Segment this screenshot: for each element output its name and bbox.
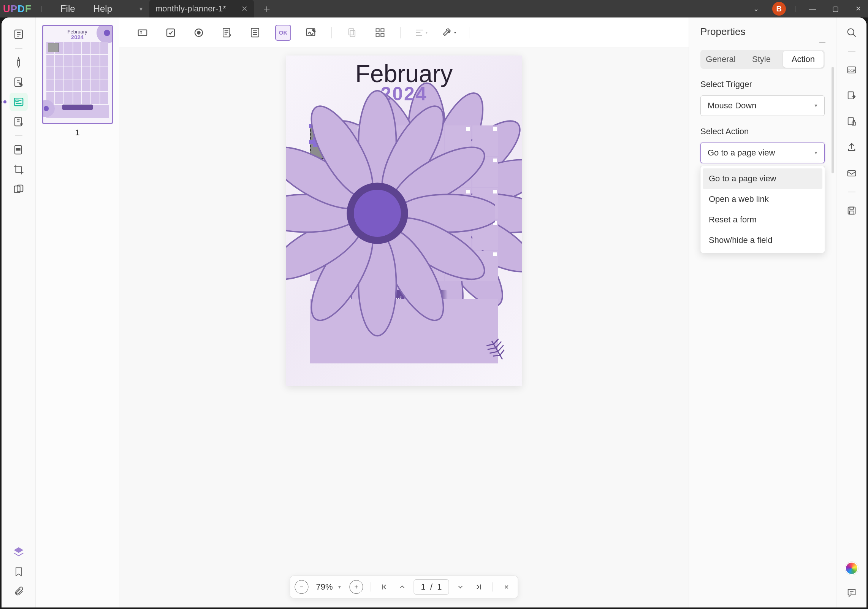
- first-page-button[interactable]: [377, 580, 391, 594]
- bookmark-icon[interactable]: [10, 563, 28, 581]
- zoom-level[interactable]: 79% ▼: [313, 582, 345, 592]
- document-tab[interactable]: monthly-planner-1* ✕: [149, 0, 254, 17]
- page-thumbnail[interactable]: February2024: [42, 25, 113, 124]
- new-tab-button[interactable]: ＋: [261, 2, 272, 16]
- right-toolbar: OCR: [836, 17, 866, 607]
- document-page[interactable]: February 2024 Button1 Notes and Reminder…: [286, 56, 522, 386]
- trigger-label: Select Trigger: [700, 79, 825, 89]
- comment-tool-icon[interactable]: [10, 53, 28, 71]
- ai-assistant-icon[interactable]: [845, 562, 858, 575]
- maximize-button[interactable]: ▢: [828, 2, 842, 16]
- app-logo: UPDF: [3, 3, 32, 15]
- scrollbar[interactable]: [832, 67, 834, 173]
- separator: [15, 135, 22, 136]
- thumbnail-field: [48, 43, 59, 52]
- svg-rect-62: [850, 207, 853, 209]
- compare-tool-icon[interactable]: [10, 180, 28, 198]
- action-option-weblink[interactable]: Open a web link: [703, 189, 822, 209]
- flower-decoration-icon: [286, 56, 495, 379]
- reader-tool-icon[interactable]: [10, 25, 28, 43]
- tab-general[interactable]: General: [700, 50, 741, 69]
- separator: [469, 27, 469, 38]
- button-tool[interactable]: OK: [275, 25, 291, 41]
- crop-tool-icon[interactable]: [10, 160, 28, 179]
- close-bar-button[interactable]: ✕: [500, 580, 513, 594]
- separator: [370, 582, 370, 592]
- next-page-button[interactable]: [454, 580, 467, 594]
- thumbnail-page-number: 1: [75, 128, 79, 138]
- organize-tool-icon[interactable]: [10, 113, 28, 131]
- action-option-goto[interactable]: Go to a page view: [703, 168, 822, 189]
- svg-rect-3: [16, 100, 18, 102]
- action-option-showhide[interactable]: Show/hide a field: [703, 230, 822, 251]
- prev-page-button[interactable]: [395, 580, 409, 594]
- svg-rect-57: [848, 92, 853, 99]
- form-tool-icon[interactable]: [10, 93, 28, 111]
- menu-file[interactable]: File: [60, 3, 75, 14]
- tab-close-button[interactable]: ✕: [241, 4, 248, 13]
- svg-point-53: [354, 190, 401, 237]
- separator: |: [41, 5, 42, 12]
- tools-dropdown[interactable]: ▾: [441, 25, 457, 41]
- copy-tool[interactable]: [344, 25, 360, 41]
- trigger-select[interactable]: Mouse Down ▼: [700, 95, 825, 116]
- svg-rect-60: [847, 171, 855, 176]
- svg-rect-2: [14, 98, 23, 106]
- redact-tool-icon[interactable]: [10, 141, 28, 159]
- svg-rect-6: [16, 148, 20, 150]
- listbox-tool[interactable]: [247, 25, 263, 41]
- action-select[interactable]: Go to a page view ▼ Go to a page view Op…: [700, 143, 825, 163]
- separator: [848, 51, 855, 52]
- tab-action[interactable]: Action: [783, 51, 824, 68]
- page-controls: − 79% ▼ + 1 / 1 ✕: [290, 576, 518, 598]
- thumbnail-title: February2024: [43, 29, 112, 40]
- collapse-icon[interactable]: —: [819, 39, 825, 46]
- ocr-icon[interactable]: OCR: [844, 62, 859, 78]
- zoom-out-button[interactable]: −: [295, 580, 309, 594]
- tab-list-dropdown[interactable]: ▾: [136, 4, 146, 13]
- svg-rect-58: [848, 118, 853, 125]
- tab-style[interactable]: Style: [741, 50, 782, 69]
- edit-tool-icon[interactable]: [10, 73, 28, 91]
- properties-tabs: General Style Action: [700, 50, 825, 69]
- action-option-reset[interactable]: Reset a form: [703, 209, 822, 230]
- svg-point-12: [197, 31, 200, 34]
- align-tool[interactable]: ▾: [413, 25, 429, 41]
- svg-rect-63: [849, 211, 854, 214]
- grid-tool[interactable]: [372, 25, 388, 41]
- separator: [331, 27, 332, 38]
- dropdown-tool[interactable]: [219, 25, 235, 41]
- title-bar: UPDF | File Help ▾ monthly-planner-1* ✕ …: [0, 0, 868, 17]
- tab-title: monthly-planner-1*: [155, 4, 226, 14]
- save-icon[interactable]: [844, 203, 859, 218]
- close-button[interactable]: ✕: [851, 2, 865, 16]
- zoom-in-button[interactable]: +: [349, 580, 363, 594]
- minimize-button[interactable]: —: [806, 2, 819, 16]
- signature-tool[interactable]: [303, 25, 319, 41]
- menu-help[interactable]: Help: [93, 3, 112, 14]
- user-avatar[interactable]: B: [772, 2, 786, 16]
- protect-icon[interactable]: [844, 114, 859, 129]
- app-frame: February2024 1 OK: [2, 17, 866, 607]
- attachment-icon[interactable]: [10, 582, 28, 601]
- thumbnail-panel: February2024 1: [36, 17, 119, 607]
- text-field-tool[interactable]: [135, 25, 150, 41]
- caret-down-icon: ▼: [814, 150, 818, 155]
- radio-tool[interactable]: [191, 25, 207, 41]
- leaf-decoration-icon: [484, 337, 510, 363]
- share-icon[interactable]: [844, 140, 859, 155]
- checkbox-tool[interactable]: [163, 25, 179, 41]
- svg-rect-18: [376, 29, 379, 32]
- thumbnail-brush: [62, 105, 93, 110]
- email-icon[interactable]: [844, 166, 859, 181]
- search-icon[interactable]: [844, 25, 859, 40]
- separator: [400, 27, 401, 38]
- page-indicator[interactable]: 1 / 1: [413, 579, 449, 595]
- layers-icon[interactable]: [10, 543, 28, 561]
- comments-icon[interactable]: [844, 585, 859, 601]
- last-page-button[interactable]: [472, 580, 486, 594]
- convert-icon[interactable]: [844, 88, 859, 103]
- svg-rect-9: [138, 30, 147, 35]
- svg-point-54: [847, 29, 854, 35]
- chevron-down-icon[interactable]: ⌄: [749, 2, 763, 16]
